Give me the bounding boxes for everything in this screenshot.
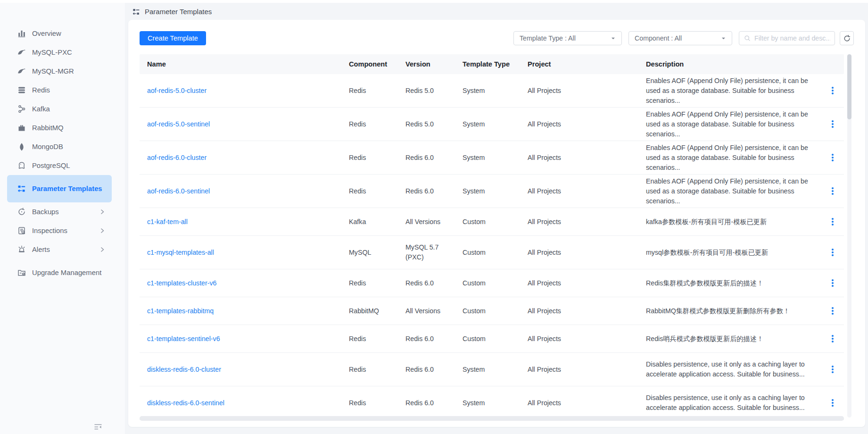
horizontal-scrollbar[interactable] xyxy=(140,416,844,421)
component-cell: Redis xyxy=(349,119,405,129)
template-type-cell: System xyxy=(463,365,528,375)
row-actions-menu-icon[interactable] xyxy=(830,364,835,375)
sidebar-item-redis[interactable]: Redis xyxy=(7,81,112,100)
sidebar-item-inspections[interactable]: Inspections xyxy=(7,221,112,240)
sidebar-item-kafka[interactable]: Kafka xyxy=(7,100,112,118)
row-actions-menu-icon[interactable] xyxy=(830,305,835,317)
sidebar-item-overview[interactable]: Overview xyxy=(7,24,112,43)
row-actions-menu-icon[interactable] xyxy=(830,333,835,344)
project-cell: All Projects xyxy=(528,153,646,163)
component-cell: Redis xyxy=(349,334,405,344)
caret-down-icon xyxy=(721,36,726,41)
table-row: c1-mysql-templates-all MySQL MySQL 5.7 (… xyxy=(140,236,844,269)
refresh-button[interactable] xyxy=(840,31,854,45)
table-body: aof-redis-5.0-cluster Redis Redis 5.0 Sy… xyxy=(140,74,844,420)
create-template-button[interactable]: Create Template xyxy=(140,31,206,45)
table-row: diskless-redis-6.0-cluster Redis Redis 6… xyxy=(140,353,844,386)
version-cell: Redis 6.0 xyxy=(405,186,463,196)
overview-bar-chart-icon xyxy=(17,29,26,38)
component-cell: Redis xyxy=(349,153,405,163)
version-cell: MySQL 5.7 (PXC) xyxy=(405,242,463,262)
template-type-cell: Custom xyxy=(463,306,528,316)
template-type-cell: System xyxy=(463,153,528,163)
sidebar-item-parameter-templates[interactable]: Parameter Templates xyxy=(7,175,112,202)
description-cell: Redis哨兵模式参数模版更新后的描述！ xyxy=(646,334,821,344)
row-actions-menu-icon[interactable] xyxy=(830,247,835,258)
postgresql-icon xyxy=(17,161,26,170)
rabbitmq-icon xyxy=(17,123,26,133)
version-cell: Redis 6.0 xyxy=(405,153,463,163)
sidebar-item-mysql-pxc[interactable]: MySQL-PXC xyxy=(7,43,112,62)
row-actions-menu-icon[interactable] xyxy=(830,152,835,163)
template-name-link[interactable]: c1-templates-sentinel-v6 xyxy=(147,334,220,344)
caret-down-icon xyxy=(611,36,616,41)
template-name-link[interactable]: diskless-redis-6.0-sentinel xyxy=(147,398,224,408)
template-name-link[interactable]: aof-redis-5.0-sentinel xyxy=(147,119,210,129)
upgrade-management-icon xyxy=(17,268,26,277)
template-name-link[interactable]: c1-templates-rabbitmq xyxy=(147,306,214,316)
component-cell: RabbitMQ xyxy=(349,306,405,316)
table-row: aof-redis-6.0-sentinel Redis Redis 6.0 S… xyxy=(140,175,844,208)
template-type-cell: Custom xyxy=(463,278,528,288)
sidebar-item-mysql-mgr[interactable]: MySQL-MGR xyxy=(7,62,112,81)
mysql-icon xyxy=(17,67,26,76)
sidebar-item-alerts[interactable]: Alerts xyxy=(7,240,112,259)
template-name-link[interactable]: diskless-redis-6.0-cluster xyxy=(147,365,221,375)
search-box xyxy=(739,31,835,45)
project-cell: All Projects xyxy=(528,186,646,196)
version-cell: Redis 6.0 xyxy=(405,278,463,288)
description-cell: Enables AOF (Append Only File) persisten… xyxy=(646,109,821,139)
row-actions-menu-icon[interactable] xyxy=(830,118,835,130)
template-name-link[interactable]: aof-redis-6.0-cluster xyxy=(147,153,207,163)
sidebar-nav: Overview MySQL-PXC MySQL-MGR Redis Kafka… xyxy=(0,24,125,286)
column-header: Component xyxy=(349,54,405,74)
description-cell: Redis集群模式参数模版更新后的描述！ xyxy=(646,278,821,288)
main-area: Parameter Templates Create Template Temp… xyxy=(125,3,868,434)
template-type-cell: System xyxy=(463,398,528,408)
row-actions-menu-icon[interactable] xyxy=(830,216,835,227)
template-type-filter[interactable]: Template Type : All xyxy=(513,31,622,45)
row-actions-menu-icon[interactable] xyxy=(830,185,835,197)
description-cell: mysql参数模板-所有项目可用-模板已更新 xyxy=(646,248,821,258)
template-type-cell: System xyxy=(463,186,528,196)
redis-icon xyxy=(17,85,26,95)
vertical-scrollbar[interactable] xyxy=(847,54,851,417)
row-actions-menu-icon[interactable] xyxy=(830,277,835,289)
description-cell: Enables AOF (Append Only File) persisten… xyxy=(646,143,821,173)
column-header: Project xyxy=(528,54,646,74)
project-cell: All Projects xyxy=(528,365,646,375)
project-cell: All Projects xyxy=(528,86,646,96)
breadcrumb: Parameter Templates xyxy=(128,3,865,20)
mysql-icon xyxy=(17,48,26,57)
version-cell: All Versions xyxy=(405,306,463,316)
row-actions-menu-icon[interactable] xyxy=(830,85,835,96)
sidebar-collapse-icon[interactable] xyxy=(92,421,104,432)
sidebar-item-mongodb[interactable]: MongoDB xyxy=(7,137,112,156)
column-header: Description xyxy=(646,54,821,74)
template-type-cell: Custom xyxy=(463,334,528,344)
template-type-cell: Custom xyxy=(463,217,528,227)
table-row: diskless-redis-6.0-sentinel Redis Redis … xyxy=(140,386,844,420)
sidebar-item-postgresql[interactable]: PostgreSQL xyxy=(7,156,112,175)
component-cell: Redis xyxy=(349,186,405,196)
table-header-row: NameComponentVersionTemplate TypeProject… xyxy=(140,54,844,74)
component-filter[interactable]: Component : All xyxy=(628,31,732,45)
template-name-link[interactable]: aof-redis-6.0-sentinel xyxy=(147,186,210,196)
project-cell: All Projects xyxy=(528,217,646,227)
toolbar: Create Template Template Type : All Comp… xyxy=(140,31,854,45)
sidebar-item-rabbitmq[interactable]: RabbitMQ xyxy=(7,118,112,137)
project-cell: All Projects xyxy=(528,248,646,258)
row-actions-menu-icon[interactable] xyxy=(830,397,835,409)
component-cell: Kafka xyxy=(349,217,405,227)
sidebar-item-backups[interactable]: Backups xyxy=(7,202,112,221)
template-name-link[interactable]: aof-redis-5.0-cluster xyxy=(147,86,207,96)
content-card: Create Template Template Type : All Comp… xyxy=(128,20,865,427)
templates-table: NameComponentVersionTemplate TypeProject… xyxy=(140,54,844,420)
scrollbar-thumb[interactable] xyxy=(847,54,851,119)
template-name-link[interactable]: c1-mysql-templates-all xyxy=(147,248,214,258)
sidebar-item-upgrade-management[interactable]: Upgrade Management xyxy=(7,259,112,286)
search-input[interactable] xyxy=(754,34,830,42)
template-name-link[interactable]: c1-templates-cluster-v6 xyxy=(147,278,216,288)
alerts-icon xyxy=(17,245,26,254)
template-name-link[interactable]: c1-kaf-tem-all xyxy=(147,217,188,227)
